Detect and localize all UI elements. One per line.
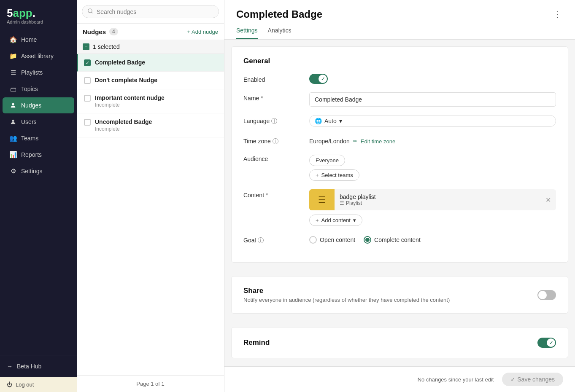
audience-value: Everyone + Select teams [309, 153, 556, 181]
sidebar-item-asset-library[interactable]: 📁 Asset library [3, 48, 74, 64]
nudge-name-2: Don't complete Nudge [95, 77, 218, 83]
playlists-icon: ☰ [9, 69, 17, 76]
nav-menu: 🏠 Home 📁 Asset library ☰ Playlists 🗃 Top… [0, 28, 77, 355]
search-input-wrap[interactable] [82, 5, 219, 18]
sidebar-item-playlists[interactable]: ☰ Playlists [3, 64, 74, 81]
nudge-list: Completed Badge Don't complete Nudge Imp… [77, 54, 224, 375]
playlist-thumb-icon: ☰ [318, 195, 326, 205]
share-text: Share Notify everyone in audience (regar… [243, 287, 537, 303]
sidebar-item-label-teams: Teams [21, 135, 38, 142]
enabled-value [309, 74, 556, 84]
content-item: ☰ badge playlist ☰ Playlist ✕ [309, 189, 556, 210]
content-thumbnail: ☰ [309, 189, 335, 210]
middle-panel: Nudges 4 + Add nudge 1 selected Complete… [77, 0, 224, 392]
beta-hub-item[interactable]: → Beta Hub [0, 359, 77, 374]
goal-complete-content[interactable]: Complete content [364, 236, 421, 244]
more-options-button[interactable]: ⋮ [551, 8, 563, 20]
nudge-checkbox-3[interactable] [84, 95, 91, 102]
globe-icon: 🌐 [315, 118, 322, 124]
add-content-button[interactable]: + Add content ▾ [309, 215, 362, 226]
deselect-icon[interactable] [83, 43, 89, 50]
radio-complete-circle [364, 236, 371, 244]
enabled-toggle[interactable] [309, 74, 328, 84]
nudge-info-1: Completed Badge [95, 59, 218, 66]
pagination: Page 1 of 1 [77, 375, 224, 392]
sidebar-item-reports[interactable]: 📊 Reports [3, 147, 74, 163]
add-content-chevron-icon: ▾ [353, 217, 356, 223]
share-inner: Share Notify everyone in audience (regar… [243, 287, 556, 303]
language-info-icon[interactable]: i [271, 118, 277, 124]
plus-icon: + [316, 172, 319, 178]
sidebar-item-label-reports: Reports [21, 151, 42, 158]
goal-open-content[interactable]: Open content [309, 236, 355, 244]
share-toggle-thumb [538, 291, 547, 299]
name-row: Name * [243, 92, 556, 107]
sidebar: 5app. Admin dashboard 🏠 Home 📁 Asset lib… [0, 0, 77, 392]
content-label: Content * [243, 189, 302, 199]
add-content-plus-icon: + [316, 217, 319, 223]
remove-content-button[interactable]: ✕ [540, 193, 556, 207]
name-input[interactable] [309, 92, 556, 107]
sidebar-item-home[interactable]: 🏠 Home [3, 32, 74, 48]
logout-label: Log out [16, 381, 34, 388]
svg-point-1 [12, 120, 14, 122]
nudge-checkbox-2[interactable] [84, 77, 91, 84]
share-toggle[interactable] [537, 290, 556, 300]
enabled-row: Enabled [243, 74, 556, 84]
tab-analytics[interactable]: Analytics [268, 27, 292, 39]
share-toggle-track [537, 290, 556, 300]
nudge-status-3: Incomplete [95, 102, 218, 108]
nudge-checkbox-1[interactable] [84, 59, 91, 66]
tab-settings[interactable]: Settings [236, 27, 258, 39]
timezone-info-icon[interactable]: i [273, 138, 278, 144]
goal-info-icon[interactable]: i [258, 237, 264, 243]
reports-icon: 📊 [9, 151, 17, 158]
sidebar-item-settings[interactable]: ⚙ Settings [3, 163, 74, 179]
goal-complete-label: Complete content [374, 236, 421, 243]
radio-open-circle [309, 236, 317, 244]
timezone-row: Time zone i Europe/London ✏ Edit time zo… [243, 135, 556, 145]
goal-value: Open content Complete content [309, 234, 556, 244]
remind-toggle[interactable] [537, 338, 556, 348]
no-changes-text: No changes since your last edit [418, 376, 494, 383]
language-dropdown[interactable]: 🌐 Auto ▾ [309, 115, 556, 127]
nudge-checkbox-4[interactable] [84, 119, 91, 126]
select-teams-button[interactable]: + Select teams [309, 169, 359, 181]
edit-timezone-icon: ✏ [353, 138, 357, 144]
audience-row: Audience Everyone + Select teams [243, 153, 556, 181]
goal-open-label: Open content [320, 236, 355, 243]
save-changes-button[interactable]: ✓ Save changes [502, 373, 563, 386]
svg-line-3 [92, 12, 93, 13]
name-value [309, 92, 556, 107]
asset-library-icon: 📁 [9, 52, 17, 60]
toggle-track [309, 74, 328, 84]
svg-point-2 [88, 9, 92, 13]
sidebar-item-teams[interactable]: 👥 Teams [3, 130, 74, 146]
settings-icon: ⚙ [9, 167, 17, 175]
nudge-item-1[interactable]: Completed Badge [77, 54, 224, 72]
bottom-bar: No changes since your last edit ✓ Save c… [224, 366, 575, 392]
goal-row: Goal i Open content Complete content [243, 234, 556, 244]
detail-title: Completed Badge [236, 8, 551, 20]
detail-title-area: Completed Badge Settings Analytics [236, 8, 551, 39]
add-nudge-button[interactable]: + Add nudge [187, 29, 218, 35]
sidebar-item-nudges[interactable]: Nudges [3, 97, 74, 113]
share-title: Share [243, 287, 537, 295]
chevron-down-icon: ▾ [339, 118, 342, 124]
edit-timezone-link[interactable]: Edit time zone [361, 138, 395, 145]
selection-bar: 1 selected [77, 40, 224, 54]
users-icon [9, 118, 17, 126]
nudge-item-4[interactable]: Uncompleted Badge Incomplete [77, 113, 224, 137]
sidebar-item-label-settings: Settings [21, 168, 43, 175]
nudge-item-2[interactable]: Don't complete Nudge [77, 72, 224, 89]
goal-options: Open content Complete content [309, 234, 556, 244]
content-type: ☰ Playlist [340, 200, 535, 206]
logo-area: 5app. Admin dashboard [0, 0, 77, 28]
audience-wrap: Everyone + Select teams [309, 153, 556, 181]
toggle-thumb [319, 75, 327, 83]
sidebar-item-users[interactable]: Users [3, 114, 74, 130]
logout-bar[interactable]: ⏻ Log out [0, 377, 77, 392]
search-input[interactable] [97, 8, 213, 15]
sidebar-item-topics[interactable]: 🗃 Topics [3, 81, 74, 97]
nudge-item-3[interactable]: Important content nudge Incomplete [77, 89, 224, 113]
